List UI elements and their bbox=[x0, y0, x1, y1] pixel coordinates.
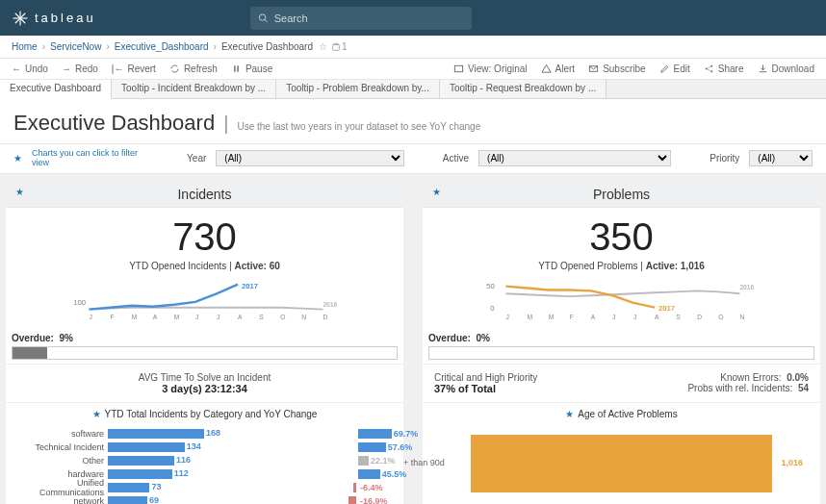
svg-text:N: N bbox=[739, 314, 744, 320]
svg-rect-9 bbox=[454, 65, 462, 71]
svg-text:M: M bbox=[132, 314, 138, 320]
svg-text:M: M bbox=[549, 314, 555, 320]
bc-current: Executive Dashboard bbox=[221, 41, 313, 52]
svg-text:A: A bbox=[591, 314, 596, 320]
redo-button[interactable]: →Redo bbox=[56, 62, 104, 76]
dashboard-body: ★ Incidents 730 YTD Opened Incidents | A… bbox=[0, 174, 826, 504]
category-row[interactable]: Unified Communications 73 -6.4% bbox=[12, 481, 398, 494]
incidents-panel: ★ Incidents 730 YTD Opened Incidents | A… bbox=[6, 182, 403, 504]
problems-subtitle: YTD Opened Problems | Active: 1,016 bbox=[423, 261, 820, 277]
bc-2[interactable]: Executive_Dashboard bbox=[115, 41, 209, 52]
problems-age-chart[interactable]: + than 90d 1,016 bbox=[423, 425, 820, 502]
title-bar: Executive Dashboard | Use the last two y… bbox=[0, 99, 826, 144]
tab-incident-tooltip[interactable]: Tooltip - Incident Breakdown by ... bbox=[112, 80, 276, 98]
svg-text:J: J bbox=[633, 314, 636, 320]
year-label: Year bbox=[187, 153, 206, 164]
incidents-trend-chart[interactable]: 100 2017 2016 JFMAMJJASOND bbox=[6, 277, 403, 331]
svg-text:O: O bbox=[280, 314, 285, 320]
star-icon: ★ bbox=[15, 187, 24, 197]
filter-hint: Charts you can click to filter view bbox=[32, 148, 148, 167]
svg-line-15 bbox=[707, 69, 710, 71]
svg-text:100: 100 bbox=[73, 298, 86, 307]
year-select[interactable]: (All) bbox=[216, 150, 404, 166]
svg-text:2016: 2016 bbox=[323, 301, 337, 308]
incidents-header: ★ Incidents bbox=[6, 182, 403, 208]
pause-button[interactable]: Pause bbox=[225, 62, 278, 76]
active-select[interactable]: (All) bbox=[478, 150, 671, 166]
filter-star-icon: ★ bbox=[13, 153, 22, 164]
svg-text:S: S bbox=[259, 314, 264, 320]
tab-executive-dashboard[interactable]: Executive Dashboard bbox=[0, 80, 112, 99]
logo-text: tableau bbox=[35, 11, 96, 25]
toolbar: ←Undo →Redo |←Revert Refresh Pause View:… bbox=[0, 59, 826, 80]
tab-problem-tooltip[interactable]: Tooltip - Problem Breakdown by... bbox=[276, 80, 440, 98]
svg-point-12 bbox=[710, 65, 712, 67]
refresh-button[interactable]: Refresh bbox=[164, 62, 223, 76]
tableau-logo[interactable]: tableau bbox=[12, 10, 96, 27]
svg-line-14 bbox=[707, 66, 710, 68]
edit-button[interactable]: Edit bbox=[654, 62, 696, 76]
top-nav: tableau bbox=[0, 0, 826, 36]
svg-text:M: M bbox=[174, 314, 180, 320]
bc-1[interactable]: ServiceNow bbox=[50, 41, 101, 52]
incidents-category-header: ★YTD Total Incidents by Category and YoY… bbox=[6, 402, 403, 425]
download-button[interactable]: Download bbox=[752, 62, 820, 76]
svg-text:F: F bbox=[111, 314, 115, 320]
page-subtitle: Use the last two years in your dataset t… bbox=[237, 121, 480, 132]
bc-home[interactable]: Home bbox=[12, 41, 38, 52]
filter-row: ★ Charts you can click to filter view Ye… bbox=[0, 144, 826, 174]
svg-point-4 bbox=[259, 13, 265, 19]
incidents-big-number[interactable]: 730 bbox=[6, 208, 403, 261]
favorite-star-icon[interactable]: ☆ bbox=[319, 41, 327, 52]
undo-button[interactable]: ←Undo bbox=[6, 62, 54, 76]
svg-text:2016: 2016 bbox=[739, 284, 754, 290]
view-button[interactable]: View: Original bbox=[448, 62, 533, 76]
share-button[interactable]: Share bbox=[698, 62, 750, 76]
problems-big-number[interactable]: 350 bbox=[423, 208, 820, 261]
search-input[interactable] bbox=[274, 13, 464, 24]
alert-button[interactable]: Alert bbox=[535, 62, 581, 76]
svg-text:J: J bbox=[195, 314, 198, 320]
svg-text:A: A bbox=[238, 314, 243, 320]
svg-text:D: D bbox=[697, 314, 702, 320]
priority-select[interactable]: (All) bbox=[749, 150, 813, 166]
category-row[interactable]: software 168 69.7% bbox=[12, 427, 398, 441]
svg-text:J: J bbox=[90, 314, 92, 320]
tableau-logo-icon bbox=[12, 10, 29, 27]
active-label: Active bbox=[443, 153, 469, 164]
sheet-tabs: Executive Dashboard Tooltip - Incident B… bbox=[0, 80, 826, 99]
problems-stats: Critical and High Priority 37% of Total … bbox=[423, 364, 820, 402]
problems-panel: ★ Problems 350 YTD Opened Problems | Act… bbox=[423, 182, 820, 504]
svg-text:J: J bbox=[612, 314, 615, 320]
category-row[interactable]: Technical Incident 134 57.6% bbox=[12, 441, 398, 454]
svg-text:N: N bbox=[301, 314, 306, 320]
incidents-overdue[interactable]: Overdue: 9% bbox=[6, 331, 403, 364]
svg-rect-8 bbox=[237, 65, 238, 71]
problems-overdue[interactable]: Overdue: 0% bbox=[423, 331, 820, 364]
svg-text:O: O bbox=[718, 314, 723, 320]
search-box[interactable] bbox=[250, 7, 472, 30]
problems-trend-chart[interactable]: 50 0 2017 2016 JMMFAJJASDON bbox=[423, 277, 820, 331]
svg-text:D: D bbox=[323, 314, 327, 320]
svg-text:0: 0 bbox=[490, 304, 494, 313]
views-icon[interactable]: 1 bbox=[331, 41, 348, 52]
svg-text:50: 50 bbox=[486, 282, 495, 290]
svg-text:A: A bbox=[655, 314, 659, 320]
svg-text:2017: 2017 bbox=[242, 282, 258, 290]
svg-text:F: F bbox=[570, 314, 574, 320]
svg-text:2017: 2017 bbox=[658, 304, 675, 313]
revert-button[interactable]: |←Revert bbox=[106, 62, 162, 76]
svg-point-13 bbox=[710, 70, 712, 72]
breadcrumb: Home› ServiceNow› Executive_Dashboard› E… bbox=[0, 36, 826, 59]
incidents-avg-time: AVG Time To Solve an Incident 3 day(s) 2… bbox=[6, 364, 403, 402]
category-row[interactable]: network 69 -16.9% bbox=[12, 494, 398, 504]
svg-line-5 bbox=[265, 19, 268, 22]
star-icon: ★ bbox=[432, 187, 441, 197]
incidents-category-chart[interactable]: software 168 69.7% Technical Incident 13… bbox=[6, 425, 403, 504]
svg-rect-7 bbox=[234, 65, 235, 71]
svg-point-11 bbox=[706, 68, 708, 70]
category-row[interactable]: Other 116 22.1% bbox=[12, 454, 398, 467]
tab-request-tooltip[interactable]: Tooltip - Request Breakdown by ... bbox=[440, 80, 607, 98]
svg-rect-6 bbox=[333, 44, 340, 50]
subscribe-button[interactable]: Subscribe bbox=[582, 62, 651, 76]
